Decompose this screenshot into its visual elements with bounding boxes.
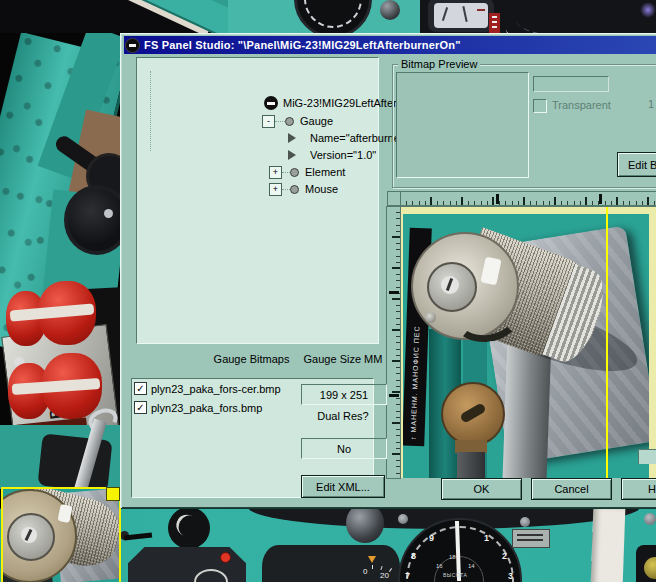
tree-item-label: Gauge [300, 115, 333, 127]
expand-box[interactable]: + [269, 183, 282, 196]
gauge-size-label: Gauge Size MM [291, 353, 395, 365]
bullet-node-icon [290, 185, 299, 194]
bitmap-name-field [533, 76, 609, 92]
help-button[interactable]: H [621, 478, 656, 500]
cylinder-front-flange [411, 232, 519, 340]
list-item[interactable]: ✓ plyn23_paka_fors-cer.bmp [134, 382, 281, 395]
pressure-high-label: 20 [380, 571, 389, 580]
edit-bitmap-button[interactable]: Edit Bi [617, 152, 656, 177]
altimeter-inner-num: 16 [436, 563, 443, 569]
tree-item-gauge[interactable]: - Gauge [262, 113, 333, 129]
tree-item-label: Element [305, 166, 345, 178]
bitmap-preview-group-label: Bitmap Preview [398, 58, 480, 70]
arrow-node-icon [288, 133, 304, 143]
gauge-size-value: 199 x 251 [301, 384, 387, 405]
tree-item-mouse[interactable]: + Mouse [269, 181, 338, 197]
pressure-low-label: 0 [363, 567, 367, 576]
cockpit-left-photo: ОРМ [0, 33, 120, 508]
vertical-ruler [386, 206, 401, 479]
collapse-box[interactable]: - [262, 115, 275, 128]
tree-item-label: Mouse [305, 183, 338, 195]
horizontal-ruler [400, 191, 656, 206]
altimeter-num: 2 [502, 551, 507, 561]
gauge-node-icon [264, 96, 278, 110]
tree-item-element[interactable]: + Element [269, 164, 345, 180]
cockpit-top-photo [0, 0, 656, 33]
bitmap-filename: plyn23_paka_fors.bmp [151, 402, 262, 414]
flap-indicator [128, 547, 246, 582]
altimeter-title: ВЫСОТА [443, 572, 467, 578]
guide-line[interactable] [606, 207, 608, 478]
arrow-node-icon [288, 150, 304, 160]
bottom-knob [346, 508, 384, 543]
window-title: FS Panel Studio: "\Panel\MiG-23!MIG29Lef… [144, 39, 461, 51]
altimeter-inner-num: 18 [449, 554, 456, 560]
canvas-handle-box [638, 449, 656, 464]
altimeter-num: 7 [405, 571, 410, 581]
cancel-button[interactable]: Cancel [531, 478, 612, 500]
placed-gauge-bitmap[interactable] [1, 487, 121, 582]
altimeter-inner-num: 14 [468, 563, 475, 569]
selection-handle[interactable] [106, 487, 120, 501]
gauge-edit-canvas[interactable]: ↑ МАНЕНМ. МАНОФИС ПЕС [400, 206, 656, 478]
ok-button[interactable]: OK [441, 478, 522, 500]
transparent-label: Transparent [552, 99, 611, 111]
bitmap-preview-area [396, 72, 529, 178]
altimeter-num: 9 [429, 533, 434, 543]
brass-rod-end [441, 382, 505, 446]
right-edge-partial-text: 1 [648, 98, 654, 110]
expand-box[interactable]: + [269, 166, 282, 179]
altimeter-num: 3 [508, 571, 513, 581]
dual-res-value: No [301, 438, 387, 459]
tree-item-version[interactable]: Version="1.0" [288, 147, 376, 163]
bullet-node-icon [290, 168, 299, 177]
window-gauge-icon [126, 39, 139, 52]
edit-xml-button[interactable]: Edit XML... [301, 475, 385, 498]
bitmap-checkbox[interactable]: ✓ [134, 382, 147, 395]
bullet-node-icon [285, 117, 294, 126]
gauge-bitmap-image[interactable]: ↑ МАНЕНМ. МАНОФИС ПЕС [403, 214, 649, 478]
red-handle-upper [6, 281, 102, 351]
bitmap-checkbox[interactable]: ✓ [134, 401, 147, 414]
top-square-gauge [428, 0, 494, 32]
fs-panel-studio-window: FS Panel Studio: "\Panel\MiG-23!MIG29Lef… [120, 33, 656, 508]
tree-item-label: Version="1.0" [310, 149, 376, 161]
window-titlebar[interactable]: FS Panel Studio: "\Panel\MiG-23!MIG29Lef… [124, 36, 656, 54]
altimeter-num: 1 [484, 533, 489, 543]
transparent-checkbox[interactable] [533, 99, 547, 113]
bitmap-filename: plyn23_paka_fors-cer.bmp [151, 383, 281, 395]
altimeter-num: 8 [411, 551, 416, 561]
dual-res-label: Dual Res? [291, 410, 395, 422]
list-item[interactable]: ✓ plyn23_paka_fors.bmp [134, 401, 262, 414]
screenshot-root: ОРМ [0, 0, 656, 582]
